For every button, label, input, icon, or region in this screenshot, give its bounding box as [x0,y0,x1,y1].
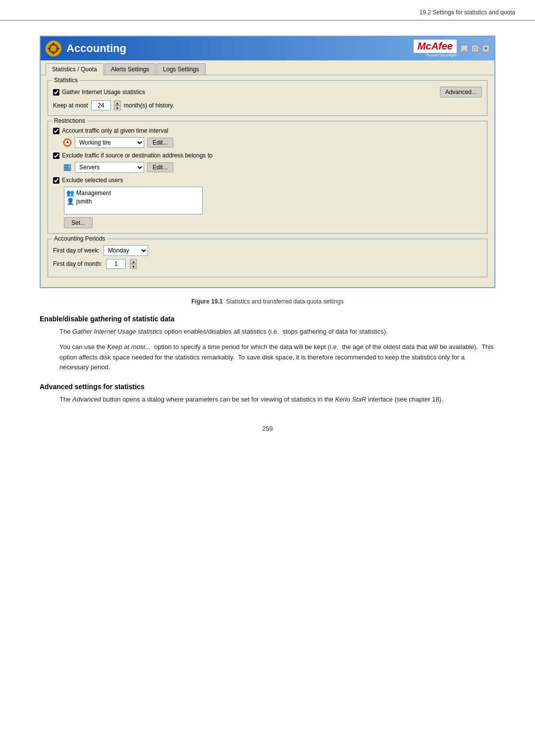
page-header: 19.2 Settings for statistics and quota [0,0,535,20]
restrictions-group-title: Restrictions [52,117,87,124]
keep-spin-up[interactable]: ▲ [114,101,121,105]
first-day-month-input[interactable] [106,259,126,269]
figure-caption-text: Statistics and transferred data quota se… [226,298,343,305]
accounting-periods-title: Accounting Periods [52,235,107,242]
tab-statistics-quota[interactable]: Statistics / Quota [46,63,104,75]
account-traffic-row: Account traffic only at given time inter… [53,127,482,134]
svg-point-11 [69,165,70,166]
month-spin-down[interactable]: ▼ [130,264,137,269]
statistics-group-content: Gather Internet Usage statistics Advance… [53,87,482,110]
svg-point-7 [67,142,68,143]
exclude-traffic-text: Exclude traffic if source or destination… [62,152,213,159]
first-day-week-row: First day of week: Monday Sunday [53,245,482,256]
keep-spin-buttons: ▲ ▼ [114,101,121,110]
dialog-title-left: Accounting [46,41,126,56]
accounting-periods-content: First day of week: Monday Sunday First d… [53,245,482,269]
exclude-users-label[interactable]: Exclude selected users [53,177,123,184]
working-time-row: Working tire Edit... [63,137,482,148]
section-title: 19.2 Settings for statistics and quota [420,9,515,16]
dialog-body: Statistics Gather Internet Usage statist… [41,75,494,287]
dialog-window: Accounting McAfee Proven Security® _ □ ✕… [40,36,495,288]
exclude-users-row: Exclude selected users [53,177,482,184]
svg-point-2 [51,46,56,51]
window-close-button[interactable]: ✕ [482,45,489,52]
mcafee-name: McAfee [414,40,457,53]
accounting-icon [46,41,61,56]
account-traffic-checkbox[interactable] [53,128,59,134]
account-traffic-text: Account traffic only at given time inter… [62,127,168,134]
exclude-traffic-row: Exclude traffic if source or destination… [53,152,482,159]
keep-label-pre: Keep at most [53,102,88,109]
keep-label-post: month(s) of history. [124,102,174,109]
dialog-titlebar: Accounting McAfee Proven Security® _ □ ✕ [41,37,494,60]
exclude-users-checkbox[interactable] [53,177,59,184]
working-time-icon [63,138,72,147]
accounting-periods-group: Accounting Periods First day of week: Mo… [48,239,487,277]
exclude-traffic-checkbox[interactable] [53,152,59,159]
restrictions-group: Restrictions Account traffic only at giv… [48,121,487,234]
exclude-users-text: Exclude selected users [62,177,123,184]
user-item-jsmith: 👤 jsmith [66,198,200,205]
keep-value-input[interactable] [91,101,111,110]
advanced-button[interactable]: Advanced... [440,87,482,98]
keep-spin-down[interactable]: ▼ [114,105,121,110]
first-day-month-label: First day of month: [53,260,102,267]
tab-logs-settings[interactable]: Logs Settings [157,63,206,75]
mcafee-logo-block: McAfee Proven Security® [414,40,457,57]
svg-rect-10 [64,169,71,171]
user-item-management: 👥 Management [66,189,200,197]
tab-bar: Statistics / Quota Alerts Settings Logs … [41,60,494,75]
gather-checkbox-label[interactable]: Gather Internet Usage statistics [53,89,145,96]
gather-checkbox[interactable] [53,89,59,96]
window-maximize-button[interactable]: □ [472,45,479,52]
mcafee-tagline: Proven Security® [426,53,457,57]
gather-label: Gather Internet Usage statistics [62,89,145,96]
set-button[interactable]: Set... [64,217,93,228]
section-para-enable-2: You can use the Keep at most... option t… [59,342,495,373]
page-number: 259 [40,425,495,432]
jsmith-name: jsmith [76,198,92,205]
management-name: Management [76,190,111,197]
dialog-titlebar-right: McAfee Proven Security® _ □ ✕ [414,40,489,57]
statistics-group: Statistics Gather Internet Usage statist… [48,80,487,116]
first-day-month-row: First day of month: ▲ ▼ [53,259,482,269]
statistics-group-title: Statistics [52,77,80,84]
users-list: 👥 Management 👤 jsmith [64,187,203,214]
keep-row: Keep at most ▲ ▼ month(s) of history. [53,101,482,110]
servers-row: Servers Edit... [63,162,482,173]
dialog-title: Accounting [66,42,126,55]
management-group-icon: 👥 [66,189,74,197]
section-heading-advanced: Advanced settings for statistics [40,383,495,391]
section-heading-enable: Enable/disable gathering of statistic da… [40,315,495,323]
working-time-edit-button[interactable]: Edit... [147,138,173,148]
window-minimize-button[interactable]: _ [461,45,468,52]
servers-icon [63,163,72,172]
page-content: Accounting McAfee Proven Security® _ □ ✕… [0,21,535,447]
month-spin-buttons: ▲ ▼ [130,259,137,269]
svg-point-12 [69,167,70,168]
figure-caption: Figure 19.1 Statistics and transferred d… [40,298,495,305]
tab-alerts-settings[interactable]: Alerts Settings [105,63,156,75]
exclude-traffic-label[interactable]: Exclude traffic if source or destination… [53,152,213,159]
gather-row: Gather Internet Usage statistics Advance… [53,87,482,98]
section-para-enable-1: The Gather Internet Usage statistics opt… [59,327,495,337]
account-traffic-label[interactable]: Account traffic only at given time inter… [53,127,168,134]
figure-label: Figure 19.1 [191,298,222,305]
servers-dropdown[interactable]: Servers [75,162,144,173]
jsmith-user-icon: 👤 [66,198,74,205]
working-time-dropdown[interactable]: Working tire [75,137,144,148]
first-day-week-dropdown[interactable]: Monday Sunday [104,245,148,256]
restrictions-group-content: Account traffic only at given time inter… [53,127,482,228]
first-day-week-label: First day of week: [53,247,100,254]
month-spin-up[interactable]: ▲ [130,259,137,264]
section-para-advanced-1: The Advanced button opens a dialog where… [59,395,495,405]
servers-edit-button[interactable]: Edit... [147,162,173,172]
